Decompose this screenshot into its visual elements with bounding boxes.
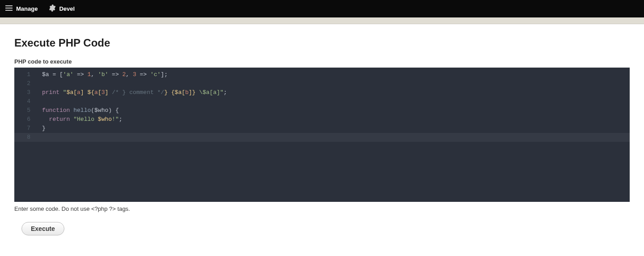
code-line: $a = ['a' => 1, 'b' => 2, 3 => 'c']; [42, 70, 630, 79]
gear-icon [48, 4, 55, 13]
svg-rect-2 [5, 10, 13, 11]
active-line-highlight [14, 133, 630, 142]
line-number: 3 [14, 88, 30, 97]
code-line: function hello($who) { [42, 106, 630, 115]
devel-label: Devel [59, 5, 75, 12]
line-number: 8 [14, 133, 30, 142]
line-number: 4 [14, 97, 30, 106]
code-line [42, 79, 630, 88]
devel-menu-item[interactable]: Devel [48, 4, 75, 13]
svg-rect-1 [5, 8, 13, 9]
code-field-label: PHP code to execute [14, 58, 630, 65]
svg-rect-0 [5, 5, 13, 6]
line-number: 2 [14, 79, 30, 88]
manage-label: Manage [16, 5, 38, 12]
line-number: 1 [14, 70, 30, 79]
code-line [42, 97, 630, 106]
line-number: 6 [14, 115, 30, 124]
code-editor[interactable]: 1 2 3 4 5 6 7 8 $a = ['a' => 1, 'b' => 2… [14, 68, 630, 202]
main-content: Execute PHP Code PHP code to execute 1 2… [0, 24, 644, 244]
execute-button[interactable]: Execute [21, 222, 64, 235]
code-content[interactable]: $a = ['a' => 1, 'b' => 2, 3 => 'c']; pri… [14, 68, 630, 142]
page-title: Execute PHP Code [14, 37, 630, 49]
code-line: print "$a[a] ${a[3] /* } comment */} {$a… [42, 88, 630, 97]
line-number-gutter: 1 2 3 4 5 6 7 8 [14, 68, 33, 202]
help-text: Enter some code. Do not use <?php ?> tag… [14, 205, 630, 212]
admin-toolbar: Manage Devel [0, 0, 644, 17]
code-line: } [42, 124, 630, 133]
manage-menu-item[interactable]: Manage [5, 4, 38, 13]
hamburger-icon [5, 4, 13, 13]
spacer-bar [0, 17, 644, 24]
line-number: 5 [14, 106, 30, 115]
line-number: 7 [14, 124, 30, 133]
code-line: return "Hello $who!"; [42, 115, 630, 124]
